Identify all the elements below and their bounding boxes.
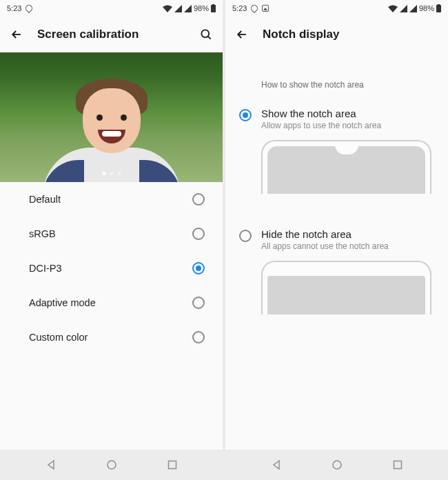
svg-rect-5 — [436, 5, 441, 12]
search-icon[interactable] — [199, 28, 213, 41]
option-label: Custom color — [29, 332, 88, 343]
radio-icon[interactable] — [192, 228, 205, 240]
svg-point-2 — [201, 30, 209, 37]
option-subtitle: All apps cannot use the notch area — [261, 241, 431, 251]
battery-percent: 98% — [419, 4, 434, 12]
svg-point-7 — [333, 461, 341, 469]
signal-icon — [184, 5, 192, 12]
calibration-preview-image[interactable] — [0, 52, 223, 182]
wifi-icon — [163, 5, 172, 12]
carousel-dot[interactable] — [102, 172, 105, 175]
signal-icon — [174, 5, 182, 12]
option-label: sRGB — [29, 228, 56, 239]
option-label: DCI-P3 — [29, 263, 62, 274]
svg-rect-0 — [211, 5, 216, 12]
radio-icon[interactable] — [239, 109, 252, 121]
notch-preview-show — [261, 140, 431, 194]
svg-rect-4 — [168, 461, 176, 469]
svg-rect-6 — [438, 4, 440, 6]
app-bar: Screen calibration — [0, 17, 223, 52]
nav-home-icon[interactable] — [106, 459, 117, 470]
battery-percent: 98% — [194, 4, 209, 12]
svg-rect-8 — [394, 461, 401, 469]
app-bar: Notch display — [225, 17, 448, 52]
option-srgb[interactable]: sRGB — [0, 217, 223, 251]
calibration-options: Default sRGB DCI-P3 Adaptive mode Custom… — [0, 182, 223, 354]
section-heading: How to show the notch area — [225, 52, 448, 102]
battery-icon — [211, 4, 216, 12]
svg-point-3 — [108, 461, 116, 469]
option-default[interactable]: Default — [0, 182, 223, 217]
radio-icon[interactable] — [192, 331, 205, 343]
option-adaptive[interactable]: Adaptive mode — [0, 286, 223, 320]
nav-back-icon[interactable] — [271, 459, 282, 470]
carousel-dot[interactable] — [110, 172, 113, 175]
navigation-bar — [225, 450, 448, 480]
screenshot-icon — [262, 5, 269, 12]
status-bar: 5:23 98% — [0, 0, 223, 17]
page-title: Screen calibration — [37, 28, 185, 41]
notch-preview-hide — [261, 261, 431, 314]
option-dci-p3[interactable]: DCI-P3 — [0, 251, 223, 286]
nav-home-icon[interactable] — [332, 459, 343, 470]
carousel-dot[interactable] — [117, 172, 121, 175]
option-hide-notch[interactable]: Hide the notch area All apps cannot use … — [225, 223, 448, 323]
nav-recent-icon[interactable] — [167, 460, 177, 470]
location-icon — [24, 3, 34, 13]
radio-icon[interactable] — [239, 230, 252, 242]
back-arrow-icon[interactable] — [10, 28, 23, 41]
radio-icon[interactable] — [192, 193, 205, 206]
option-title: Show the notch area — [261, 108, 431, 119]
radio-icon[interactable] — [192, 262, 205, 274]
nav-back-icon[interactable] — [45, 459, 57, 470]
battery-icon — [436, 4, 441, 12]
option-label: Adaptive mode — [29, 297, 96, 308]
carousel-dots[interactable] — [102, 172, 121, 175]
radio-icon[interactable] — [192, 297, 205, 309]
option-show-notch[interactable]: Show the notch area Allow apps to use th… — [225, 102, 448, 202]
option-label: Default — [29, 194, 61, 205]
wifi-icon — [388, 5, 398, 12]
back-arrow-icon[interactable] — [235, 28, 249, 41]
navigation-bar — [0, 450, 223, 480]
option-custom[interactable]: Custom color — [0, 320, 223, 354]
screen-calibration: 5:23 98% Screen calibration — [0, 0, 223, 480]
status-bar: 5:23 98% — [225, 0, 448, 17]
status-time: 5:23 — [232, 4, 247, 12]
svg-rect-1 — [212, 4, 214, 6]
option-subtitle: Allow apps to use the notch area — [261, 121, 431, 130]
signal-icon — [409, 5, 417, 12]
option-title: Hide the notch area — [261, 228, 431, 240]
page-title: Notch display — [263, 28, 438, 41]
location-icon — [250, 3, 259, 13]
nav-recent-icon[interactable] — [393, 460, 403, 470]
status-time: 5:23 — [7, 4, 21, 12]
signal-icon — [400, 5, 407, 12]
screen-notch-display: 5:23 98% Notch display How to show the n… — [225, 0, 448, 480]
